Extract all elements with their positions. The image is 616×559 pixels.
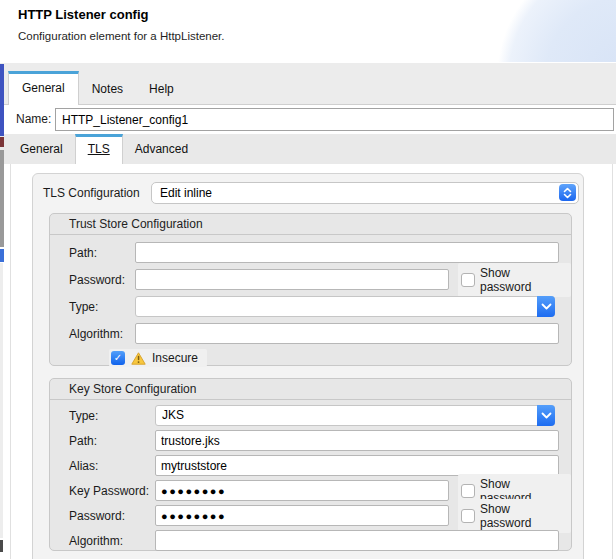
key-password-row: Password: Show password	[69, 505, 571, 526]
subtab-tls[interactable]: TLS	[75, 134, 123, 164]
key-store-group-title: Key Store Configuration	[50, 379, 571, 399]
chevron-down-icon[interactable]	[537, 405, 555, 426]
key-type-dropdown[interactable]: JKS	[155, 405, 555, 426]
key-algorithm-input[interactable]	[155, 530, 559, 551]
trust-path-input[interactable]	[135, 242, 559, 263]
combo-stepper-icon[interactable]	[559, 184, 576, 201]
content-left-edge	[10, 164, 11, 559]
key-type-row: Type: JKS	[69, 405, 571, 426]
key-password-label: Password:	[69, 509, 155, 523]
key-key-show-password-checkbox[interactable]	[461, 484, 475, 498]
key-store-group: Key Store Configuration Type: JKS Path:	[49, 378, 572, 551]
key-show-password-label: Show password	[480, 502, 564, 530]
name-input[interactable]	[55, 108, 614, 131]
key-path-row: Path:	[69, 430, 571, 451]
trust-path-label: Path:	[69, 246, 135, 260]
trust-password-input[interactable]	[135, 269, 449, 290]
tab-notes[interactable]: Notes	[79, 74, 136, 104]
key-password-input[interactable]	[155, 505, 449, 526]
left-panel-sliver-blue2	[0, 249, 4, 262]
tab-general[interactable]: General	[8, 71, 79, 105]
key-type-value: JKS	[156, 406, 554, 425]
tab-help[interactable]: Help	[136, 74, 187, 104]
tls-tab-content: TLS Configuration Edit inline Trust Stor…	[0, 164, 616, 559]
warning-icon	[131, 352, 146, 365]
key-algorithm-label: Algorithm:	[69, 534, 155, 548]
key-alias-input[interactable]	[155, 455, 559, 476]
trust-algorithm-row: Algorithm:	[69, 323, 571, 344]
key-alias-row: Alias:	[69, 455, 571, 476]
key-type-label: Type:	[69, 409, 155, 423]
tls-configuration-label: TLS Configuration	[43, 186, 140, 200]
chevron-down-icon[interactable]	[537, 296, 555, 317]
left-panel-sliver-gray	[0, 150, 4, 247]
trust-show-password-checkbox[interactable]	[461, 273, 475, 287]
key-store-group-body: Type: JKS Path: Alias:	[50, 399, 571, 551]
content-right-edge	[612, 164, 613, 559]
trust-store-group-body: Path: Password: Show password Type:	[50, 234, 571, 366]
trust-type-dropdown[interactable]	[135, 296, 555, 317]
key-key-password-label: Key Password:	[69, 484, 155, 498]
insecure-option[interactable]: Insecure	[109, 349, 207, 367]
trust-path-row: Path:	[69, 242, 571, 263]
trust-type-row: Type:	[69, 296, 571, 317]
tls-configuration-combobox[interactable]: Edit inline	[151, 182, 579, 204]
trust-password-row: Password: Show password	[69, 269, 571, 290]
trust-store-group: Trust Store Configuration Path: Password…	[49, 213, 572, 366]
subtab-advanced-label: Advanced	[135, 142, 188, 156]
key-show-password[interactable]: Show password	[458, 499, 571, 533]
page-subtitle: Configuration element for a HttpListener…	[18, 30, 224, 42]
subtab-general[interactable]: General	[8, 134, 75, 164]
http-listener-config-window: HTTP Listener config Configuration eleme…	[0, 0, 616, 559]
left-panel-sliver-blue	[0, 64, 4, 136]
form-header: HTTP Listener config Configuration eleme…	[0, 0, 616, 64]
key-show-password-checkbox[interactable]	[461, 509, 475, 523]
subtab-advanced[interactable]: Advanced	[123, 134, 200, 164]
trust-show-password-label: Show password	[480, 266, 564, 294]
tab-general-label: General	[22, 81, 65, 95]
subtab-general-label: General	[20, 142, 63, 156]
left-panel-sliver-light	[0, 263, 3, 538]
trust-algorithm-label: Algorithm:	[69, 327, 135, 341]
page-title: HTTP Listener config	[18, 7, 149, 22]
key-key-password-row: Key Password: Show password	[69, 480, 571, 501]
sub-tab-bar: General TLS Advanced	[0, 134, 616, 164]
trust-type-label: Type:	[69, 300, 135, 314]
key-path-input[interactable]	[155, 430, 559, 451]
tls-configuration-value: Edit inline	[152, 183, 578, 203]
insecure-checkbox[interactable]	[111, 351, 125, 365]
key-key-password-input[interactable]	[155, 480, 449, 501]
trust-store-group-title: Trust Store Configuration	[50, 214, 571, 234]
main-tab-bar: General Notes Help	[0, 63, 616, 105]
key-algorithm-row: Algorithm:	[69, 530, 571, 551]
trust-password-label: Password:	[69, 273, 135, 287]
trust-show-password[interactable]: Show password	[458, 263, 571, 297]
insecure-row: Insecure	[109, 350, 571, 366]
name-row: Name:	[0, 105, 616, 134]
header-decoration	[386, 0, 616, 62]
trust-algorithm-input[interactable]	[135, 323, 559, 344]
name-label: Name:	[16, 105, 51, 134]
key-path-label: Path:	[69, 434, 155, 448]
tab-notes-label: Notes	[92, 82, 123, 96]
subtab-tls-label: TLS	[88, 142, 110, 156]
left-panel-sliver-maroon	[0, 137, 4, 147]
tls-panel: TLS Configuration Edit inline Trust Stor…	[32, 173, 584, 559]
tls-configuration-row: TLS Configuration Edit inline	[43, 182, 581, 204]
left-panel-sliver-speck	[0, 540, 3, 552]
insecure-label: Insecure	[152, 351, 198, 365]
tab-help-label: Help	[149, 82, 174, 96]
key-alias-label: Alias:	[69, 459, 155, 473]
